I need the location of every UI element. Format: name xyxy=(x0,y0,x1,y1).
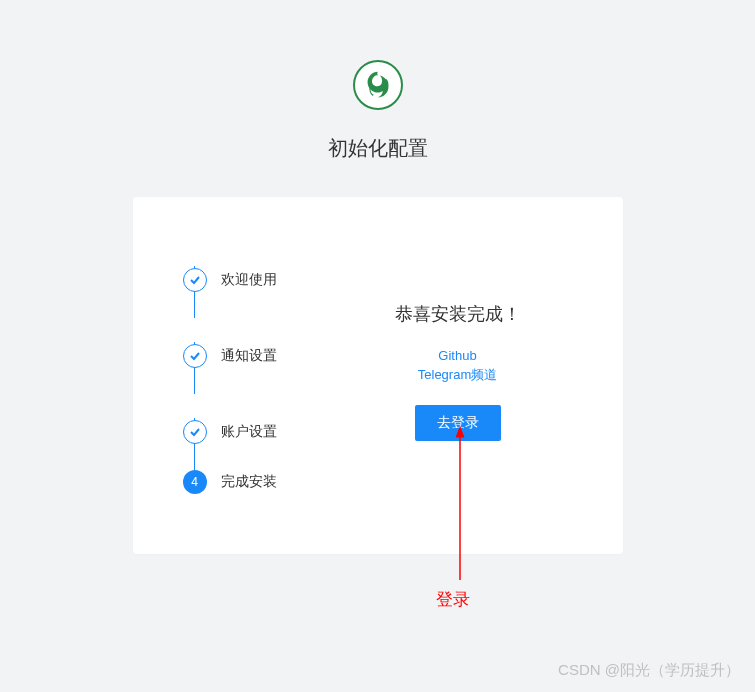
step-label: 通知设置 xyxy=(221,347,277,365)
watermark: CSDN @阳光（学历提升） xyxy=(558,661,740,680)
step-number-icon: 4 xyxy=(183,470,207,494)
step-label: 账户设置 xyxy=(221,423,277,441)
wizard-content: 恭喜安装完成！ Github Telegram频道 去登录 xyxy=(343,242,573,494)
setup-wizard-container: 初始化配置 欢迎使用 通知设置 账户设置 xyxy=(0,0,755,554)
check-icon xyxy=(183,420,207,444)
wizard-card: 欢迎使用 通知设置 账户设置 4 完成安装 xyxy=(133,197,623,554)
steps-sidebar: 欢迎使用 通知设置 账户设置 4 完成安装 xyxy=(183,242,343,494)
page-title: 初始化配置 xyxy=(328,135,428,162)
step-welcome: 欢迎使用 xyxy=(183,242,343,318)
success-title: 恭喜安装完成！ xyxy=(395,302,521,326)
check-icon xyxy=(183,268,207,292)
step-label: 欢迎使用 xyxy=(221,271,277,289)
login-button[interactable]: 去登录 xyxy=(415,405,501,441)
svg-point-1 xyxy=(373,79,375,81)
github-link[interactable]: Github xyxy=(438,348,476,363)
step-account: 账户设置 xyxy=(183,394,343,470)
annotation-label: 登录 xyxy=(436,588,470,611)
app-logo xyxy=(353,60,403,110)
svg-point-0 xyxy=(360,68,394,102)
step-label: 完成安装 xyxy=(221,473,277,491)
check-icon xyxy=(183,344,207,368)
step-complete: 4 完成安装 xyxy=(183,470,343,494)
telegram-link[interactable]: Telegram频道 xyxy=(418,366,497,384)
step-notification: 通知设置 xyxy=(183,318,343,394)
